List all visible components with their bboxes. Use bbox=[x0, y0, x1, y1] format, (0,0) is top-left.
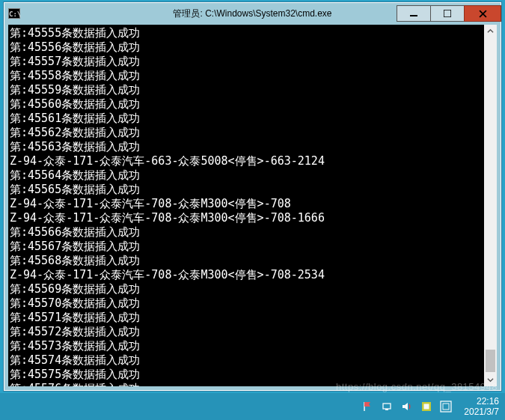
output-line: 第:45572条数据插入成功 bbox=[10, 325, 484, 339]
output-line: 第:45562条数据插入成功 bbox=[10, 126, 484, 140]
output-line: 第:45558条数据插入成功 bbox=[10, 69, 484, 83]
output-line: 第:45576条数据插入成功 bbox=[10, 382, 484, 386]
titlebar[interactable]: C:\ 管理员: C:\Windows\System32\cmd.exe bbox=[4, 2, 501, 25]
volume-icon[interactable] bbox=[401, 401, 413, 413]
clock-time: 22:16 bbox=[464, 396, 499, 407]
output-line: 第:45557条数据插入成功 bbox=[10, 55, 484, 69]
svg-rect-6 bbox=[441, 401, 451, 412]
svg-rect-3 bbox=[385, 409, 388, 410]
output-line: Z-94-众泰-171-众泰汽车-708-众泰M300<停售>-708-1666 bbox=[10, 211, 484, 225]
clock-date: 2021/3/7 bbox=[464, 407, 499, 417]
svg-rect-5 bbox=[424, 404, 429, 410]
window-title: 管理员: C:\Windows\System32\cmd.exe bbox=[173, 7, 331, 20]
minimize-button[interactable] bbox=[397, 5, 431, 22]
output-line: 第:45567条数据插入成功 bbox=[10, 240, 484, 254]
taskbar[interactable]: 22:16 2021/3/7 bbox=[0, 393, 505, 420]
scroll-thumb[interactable] bbox=[486, 350, 495, 372]
system-tray: 22:16 2021/3/7 bbox=[362, 396, 502, 417]
output-line: 第:45564条数据插入成功 bbox=[10, 168, 484, 183]
output-line: Z-94-众泰-171-众泰汽车-708-众泰M300<停售>-708 bbox=[10, 197, 484, 211]
scroll-down-button[interactable] bbox=[484, 374, 497, 386]
close-button[interactable] bbox=[464, 5, 501, 22]
output-line: 第:45566条数据插入成功 bbox=[10, 225, 484, 240]
output-line: 第:45563条数据插入成功 bbox=[10, 140, 484, 154]
output-line: 第:45574条数据插入成功 bbox=[10, 353, 484, 368]
output-line: 第:45569条数据插入成功 bbox=[10, 282, 484, 296]
output-line: 第:45568条数据插入成功 bbox=[10, 254, 484, 268]
maximize-button[interactable] bbox=[430, 5, 465, 22]
output-line: 第:45556条数据插入成功 bbox=[10, 40, 484, 55]
output-line: 第:45560条数据插入成功 bbox=[10, 97, 484, 112]
scrollbar-vertical[interactable] bbox=[484, 25, 497, 386]
scroll-up-button[interactable] bbox=[484, 25, 497, 37]
svg-rect-7 bbox=[443, 404, 449, 410]
output-line: 第:45571条数据插入成功 bbox=[10, 311, 484, 325]
output-line: 第:45561条数据插入成功 bbox=[10, 112, 484, 126]
output-line: 第:45570条数据插入成功 bbox=[10, 296, 484, 311]
network-icon[interactable] bbox=[382, 401, 394, 413]
flag-icon[interactable] bbox=[362, 401, 374, 413]
svg-rect-0 bbox=[410, 15, 417, 16]
cmd-window: C:\ 管理员: C:\Windows\System32\cmd.exe 第:4… bbox=[3, 1, 502, 392]
svg-rect-1 bbox=[444, 10, 451, 17]
console[interactable]: 第:45555条数据插入成功第:45556条数据插入成功第:45557条数据插入… bbox=[8, 25, 497, 386]
cmd-icon: C:\ bbox=[8, 8, 20, 19]
ime-icon[interactable] bbox=[440, 401, 452, 413]
scroll-track[interactable] bbox=[484, 37, 497, 374]
output-line: 第:45559条数据插入成功 bbox=[10, 83, 484, 97]
output-line: Z-94-众泰-171-众泰汽车-663-众泰5008<停售>-663-2124 bbox=[10, 154, 484, 168]
output-line: 第:45555条数据插入成功 bbox=[10, 26, 484, 40]
output-line: 第:45575条数据插入成功 bbox=[10, 368, 484, 382]
output-line: 第:45573条数据插入成功 bbox=[10, 339, 484, 353]
output-line: 第:45565条数据插入成功 bbox=[10, 183, 484, 197]
taskbar-clock[interactable]: 22:16 2021/3/7 bbox=[459, 396, 499, 417]
output-line: Z-94-众泰-171-众泰汽车-708-众泰M300<停售>-708-2534 bbox=[10, 268, 484, 282]
app-tray-icon[interactable] bbox=[420, 401, 432, 413]
window-buttons bbox=[397, 5, 501, 22]
svg-rect-2 bbox=[383, 404, 391, 409]
console-output: 第:45555条数据插入成功第:45556条数据插入成功第:45557条数据插入… bbox=[8, 25, 484, 386]
